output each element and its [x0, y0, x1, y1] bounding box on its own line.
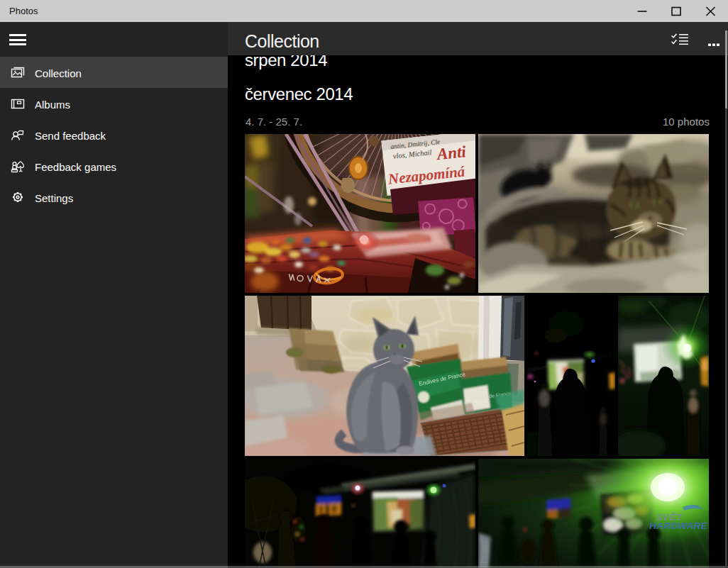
svg-text:Anti: Anti: [435, 143, 468, 163]
svg-text:HARDWARE: HARDWARE: [649, 520, 708, 531]
